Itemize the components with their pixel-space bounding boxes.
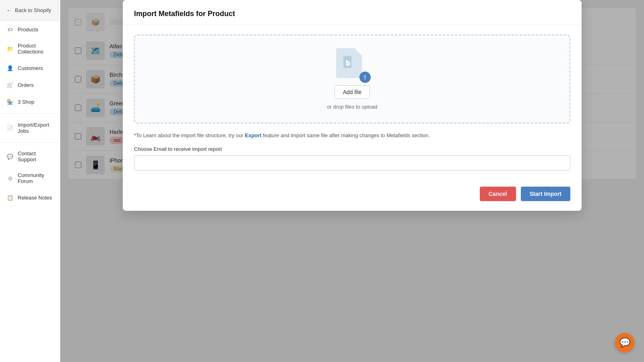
file-upload-icon: 📄 — [336, 48, 362, 78]
info-text-before: *To Learn about the import file structur… — [134, 132, 245, 138]
sidebar-label-community-forum: Community Forum — [18, 172, 54, 184]
sidebar-label-products: Products — [18, 27, 38, 33]
sidebar-item-product-collections[interactable]: 📁 Product Collections — [0, 38, 60, 60]
back-arrow-icon: ← — [6, 7, 12, 13]
file-svg-icon: 📄 — [343, 56, 355, 70]
modal-title: Import Metafields for Product — [134, 10, 570, 18]
svg-text:📄: 📄 — [345, 60, 351, 66]
sidebar-label-orders: Orders — [18, 82, 34, 88]
add-file-button[interactable]: Add file — [334, 85, 370, 99]
drop-files-text: or drop files to upload — [327, 104, 377, 110]
cancel-button[interactable]: Cancel — [480, 187, 516, 201]
modal-overlay: Import Metafields for Product 📄 ⇧ — [60, 0, 644, 362]
export-link[interactable]: Export — [245, 132, 261, 138]
sidebar-item-products[interactable]: 🏷 Products — [0, 21, 60, 38]
sidebar-label-release-notes: Release Notes — [18, 195, 52, 201]
sidebar: ← Back to Shopify 🏷 Products 📁 Product C… — [0, 0, 60, 362]
folder-icon: 📁 — [6, 45, 14, 52]
sidebar-item-contact-support[interactable]: 💬 Contact Support — [0, 146, 60, 167]
chat-bubble[interactable]: 💬 — [615, 333, 634, 352]
chat-bubble-icon: 💬 — [619, 337, 630, 348]
back-label: Back to Shopify — [15, 7, 51, 13]
start-import-button[interactable]: Start Import — [521, 187, 570, 201]
upload-icon-wrapper: 📄 ⇧ — [336, 48, 368, 80]
person-icon: 👤 — [6, 64, 14, 72]
sidebar-nav: 🏷 Products 📁 Product Collections 👤 Custo… — [0, 21, 60, 362]
cart-icon: 🛒 — [6, 81, 14, 88]
sidebar-label-collections: Product Collections — [18, 43, 54, 55]
file-icon: 📄 — [6, 124, 14, 132]
import-modal: Import Metafields for Product 📄 ⇧ — [123, 0, 582, 211]
sidebar-item-import-export[interactable]: 📄 Import/Export Jobs — [0, 117, 60, 139]
modal-header: Import Metafields for Product — [123, 0, 582, 25]
sidebar-item-release-notes[interactable]: 📋 Release Notes — [0, 189, 60, 206]
import-info-text: *To Learn about the import file structur… — [134, 132, 570, 140]
upload-arrow-icon: ⇧ — [359, 72, 371, 83]
main-content: 📦 🗺️ Atlas Default Title 📦 Birchbox — [60, 0, 644, 362]
modal-footer: Cancel Start Import — [123, 180, 582, 211]
grid-icon: ⊙ — [6, 175, 14, 182]
sidebar-label-customers: Customers — [18, 65, 43, 71]
info-text-after: feature and import same file after makin… — [261, 132, 429, 138]
sidebar-item-shop[interactable]: 🏪 3 Shop — [0, 93, 60, 110]
sidebar-item-customers[interactable]: 👤 Customers — [0, 60, 60, 76]
sidebar-item-community-forum[interactable]: ⊙ Community Forum — [0, 167, 60, 189]
modal-body: 📄 ⇧ Add file or drop files to upload *To… — [123, 25, 582, 180]
sidebar-label-shop: 3 Shop — [18, 99, 34, 105]
email-label: Choose Email to receive import report — [134, 146, 570, 152]
sidebar-label-import-export: Import/Export Jobs — [18, 122, 54, 134]
doc-icon: 📋 — [6, 194, 14, 201]
email-input[interactable] — [134, 155, 570, 171]
sidebar-label-contact-support: Contact Support — [18, 150, 54, 162]
back-to-shopify[interactable]: ← Back to Shopify — [0, 0, 60, 21]
sidebar-item-orders[interactable]: 🛒 Orders — [0, 76, 60, 93]
chat-icon: 💬 — [6, 153, 14, 160]
upload-zone[interactable]: 📄 ⇧ Add file or drop files to upload — [134, 35, 570, 123]
store-icon: 🏪 — [6, 98, 14, 105]
tag-icon: 🏷 — [6, 26, 14, 33]
